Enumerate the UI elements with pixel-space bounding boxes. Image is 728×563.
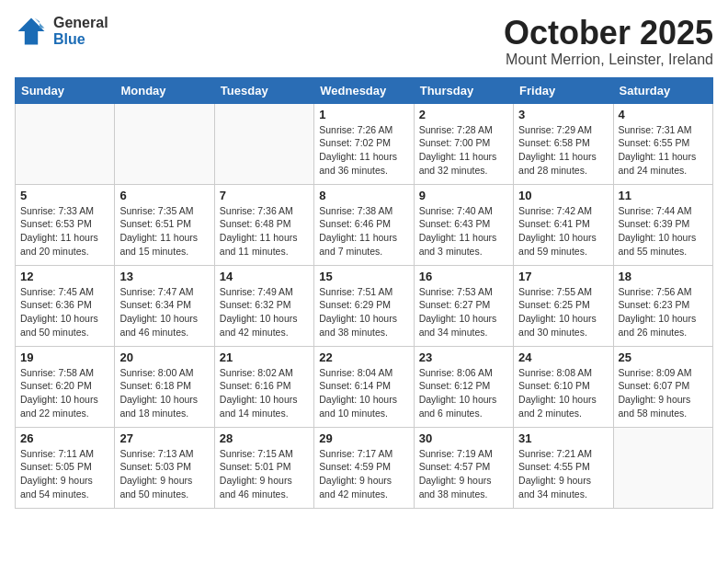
calendar-cell <box>214 103 313 184</box>
day-info: Sunrise: 7:55 AM Sunset: 6:25 PM Dayligh… <box>518 285 608 339</box>
location-title: Mount Merrion, Leinster, Ireland <box>504 52 713 68</box>
calendar-cell: 22Sunrise: 8:04 AM Sunset: 6:14 PM Dayli… <box>314 346 414 427</box>
weekday-header-friday: Friday <box>514 77 613 103</box>
calendar-cell: 16Sunrise: 7:53 AM Sunset: 6:27 PM Dayli… <box>414 265 513 346</box>
day-info: Sunrise: 7:44 AM Sunset: 6:39 PM Dayligh… <box>619 204 708 259</box>
weekday-header-monday: Monday <box>115 77 214 103</box>
day-number: 29 <box>319 431 408 445</box>
day-number: 31 <box>518 431 608 445</box>
day-info: Sunrise: 7:42 AM Sunset: 6:41 PM Dayligh… <box>518 204 608 259</box>
day-info: Sunrise: 7:56 AM Sunset: 6:23 PM Dayligh… <box>619 285 708 339</box>
day-number: 18 <box>619 270 708 283</box>
logo-blue-text: Blue <box>53 31 108 48</box>
calendar-cell: 5Sunrise: 7:33 AM Sunset: 6:53 PM Daylig… <box>16 184 115 265</box>
day-number: 16 <box>419 270 508 283</box>
day-number: 15 <box>319 270 408 283</box>
calendar-cell: 25Sunrise: 8:09 AM Sunset: 6:07 PM Dayli… <box>613 346 712 427</box>
calendar-cell: 19Sunrise: 7:58 AM Sunset: 6:20 PM Dayli… <box>16 346 115 427</box>
day-number: 19 <box>20 350 109 364</box>
calendar-cell: 10Sunrise: 7:42 AM Sunset: 6:41 PM Dayli… <box>514 184 613 265</box>
weekday-header-tuesday: Tuesday <box>214 77 313 103</box>
day-number: 24 <box>518 350 608 364</box>
day-info: Sunrise: 7:47 AM Sunset: 6:34 PM Dayligh… <box>119 285 209 339</box>
day-number: 9 <box>419 189 508 202</box>
day-info: Sunrise: 7:13 AM Sunset: 5:03 PM Dayligh… <box>119 447 209 501</box>
day-number: 1 <box>319 108 408 121</box>
calendar-cell <box>16 103 115 184</box>
calendar-cell: 24Sunrise: 8:08 AM Sunset: 6:10 PM Dayli… <box>514 346 613 427</box>
day-info: Sunrise: 7:35 AM Sunset: 6:51 PM Dayligh… <box>119 204 209 259</box>
calendar-cell <box>115 103 214 184</box>
calendar-cell: 20Sunrise: 8:00 AM Sunset: 6:18 PM Dayli… <box>115 346 214 427</box>
day-number: 8 <box>319 189 408 202</box>
title-area: October 2025 Mount Merrion, Leinster, Ir… <box>504 15 713 68</box>
calendar-cell: 4Sunrise: 7:31 AM Sunset: 6:55 PM Daylig… <box>613 103 712 184</box>
day-number: 13 <box>119 270 209 283</box>
calendar-cell: 15Sunrise: 7:51 AM Sunset: 6:29 PM Dayli… <box>314 265 414 346</box>
day-info: Sunrise: 7:15 AM Sunset: 5:01 PM Dayligh… <box>220 447 309 501</box>
day-number: 11 <box>619 189 708 202</box>
calendar-cell: 9Sunrise: 7:40 AM Sunset: 6:43 PM Daylig… <box>414 184 513 265</box>
day-number: 10 <box>518 189 608 202</box>
calendar-cell: 23Sunrise: 8:06 AM Sunset: 6:12 PM Dayli… <box>414 346 513 427</box>
week-row-2: 5Sunrise: 7:33 AM Sunset: 6:53 PM Daylig… <box>16 184 713 265</box>
calendar-cell: 8Sunrise: 7:38 AM Sunset: 6:46 PM Daylig… <box>314 184 414 265</box>
day-info: Sunrise: 7:38 AM Sunset: 6:46 PM Dayligh… <box>319 204 408 259</box>
day-number: 17 <box>518 270 608 283</box>
svg-marker-0 <box>18 18 45 45</box>
day-number: 5 <box>20 189 109 202</box>
day-number: 2 <box>419 108 508 121</box>
day-info: Sunrise: 7:40 AM Sunset: 6:43 PM Dayligh… <box>419 204 508 259</box>
day-number: 30 <box>419 431 508 445</box>
day-info: Sunrise: 7:45 AM Sunset: 6:36 PM Dayligh… <box>20 285 109 339</box>
day-number: 12 <box>20 270 109 283</box>
calendar-cell: 17Sunrise: 7:55 AM Sunset: 6:25 PM Dayli… <box>514 265 613 346</box>
weekday-header-row: SundayMondayTuesdayWednesdayThursdayFrid… <box>16 77 713 103</box>
day-info: Sunrise: 7:11 AM Sunset: 5:05 PM Dayligh… <box>20 447 109 501</box>
calendar-cell: 27Sunrise: 7:13 AM Sunset: 5:03 PM Dayli… <box>115 427 214 508</box>
calendar-cell: 18Sunrise: 7:56 AM Sunset: 6:23 PM Dayli… <box>613 265 712 346</box>
day-number: 27 <box>119 431 209 445</box>
calendar-cell: 21Sunrise: 8:02 AM Sunset: 6:16 PM Dayli… <box>214 346 313 427</box>
day-number: 23 <box>419 350 508 364</box>
calendar-cell <box>613 427 712 508</box>
logo-icon <box>15 15 48 48</box>
day-number: 21 <box>220 350 309 364</box>
day-info: Sunrise: 7:28 AM Sunset: 7:00 PM Dayligh… <box>419 123 508 178</box>
calendar-cell: 11Sunrise: 7:44 AM Sunset: 6:39 PM Dayli… <box>613 184 712 265</box>
day-info: Sunrise: 7:33 AM Sunset: 6:53 PM Dayligh… <box>20 204 109 259</box>
day-info: Sunrise: 7:17 AM Sunset: 4:59 PM Dayligh… <box>319 447 408 501</box>
calendar-cell: 12Sunrise: 7:45 AM Sunset: 6:36 PM Dayli… <box>16 265 115 346</box>
weekday-header-thursday: Thursday <box>414 77 513 103</box>
day-number: 3 <box>518 108 608 121</box>
day-info: Sunrise: 8:08 AM Sunset: 6:10 PM Dayligh… <box>518 366 608 420</box>
calendar-cell: 1Sunrise: 7:26 AM Sunset: 7:02 PM Daylig… <box>314 103 414 184</box>
calendar-cell: 26Sunrise: 7:11 AM Sunset: 5:05 PM Dayli… <box>16 427 115 508</box>
calendar-cell: 13Sunrise: 7:47 AM Sunset: 6:34 PM Dayli… <box>115 265 214 346</box>
day-info: Sunrise: 7:36 AM Sunset: 6:48 PM Dayligh… <box>220 204 309 259</box>
calendar-cell: 14Sunrise: 7:49 AM Sunset: 6:32 PM Dayli… <box>214 265 313 346</box>
calendar-cell: 6Sunrise: 7:35 AM Sunset: 6:51 PM Daylig… <box>115 184 214 265</box>
weekday-header-saturday: Saturday <box>613 77 712 103</box>
calendar-cell: 31Sunrise: 7:21 AM Sunset: 4:55 PM Dayli… <box>514 427 613 508</box>
calendar-cell: 7Sunrise: 7:36 AM Sunset: 6:48 PM Daylig… <box>214 184 313 265</box>
header: General Blue October 2025 Mount Merrion,… <box>15 15 713 68</box>
day-number: 7 <box>220 189 309 202</box>
day-number: 25 <box>619 350 708 364</box>
day-info: Sunrise: 7:53 AM Sunset: 6:27 PM Dayligh… <box>419 285 508 339</box>
day-number: 22 <box>319 350 408 364</box>
day-number: 20 <box>119 350 209 364</box>
day-number: 4 <box>619 108 708 121</box>
month-title: October 2025 <box>504 15 713 52</box>
week-row-3: 12Sunrise: 7:45 AM Sunset: 6:36 PM Dayli… <box>16 265 713 346</box>
day-info: Sunrise: 8:09 AM Sunset: 6:07 PM Dayligh… <box>619 366 708 420</box>
logo-general-text: General <box>53 15 108 31</box>
calendar-cell: 30Sunrise: 7:19 AM Sunset: 4:57 PM Dayli… <box>414 427 513 508</box>
day-info: Sunrise: 7:29 AM Sunset: 6:58 PM Dayligh… <box>518 123 608 178</box>
week-row-4: 19Sunrise: 7:58 AM Sunset: 6:20 PM Dayli… <box>16 346 713 427</box>
day-info: Sunrise: 8:00 AM Sunset: 6:18 PM Dayligh… <box>119 366 209 420</box>
day-info: Sunrise: 7:51 AM Sunset: 6:29 PM Dayligh… <box>319 285 408 339</box>
week-row-5: 26Sunrise: 7:11 AM Sunset: 5:05 PM Dayli… <box>16 427 713 508</box>
week-row-1: 1Sunrise: 7:26 AM Sunset: 7:02 PM Daylig… <box>16 103 713 184</box>
day-info: Sunrise: 7:21 AM Sunset: 4:55 PM Dayligh… <box>518 447 608 501</box>
